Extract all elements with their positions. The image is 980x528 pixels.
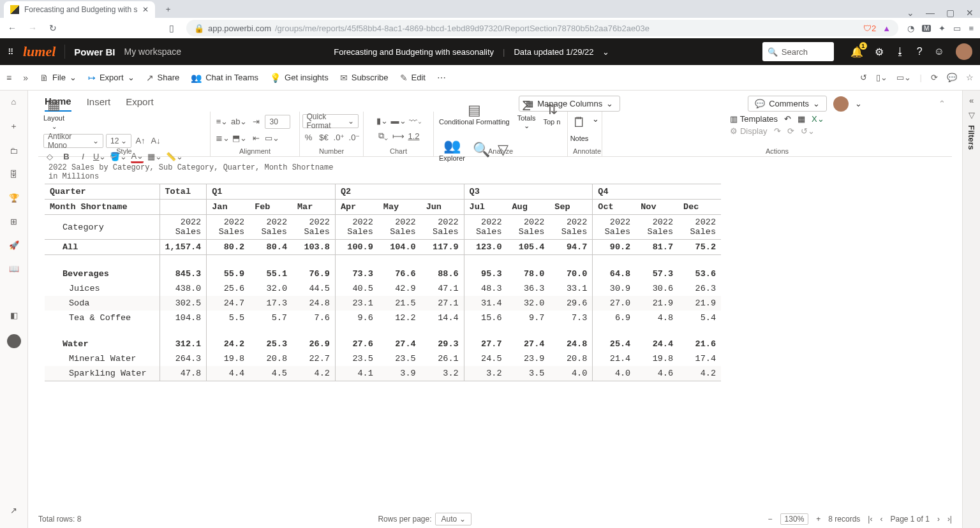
decimal-inc-icon[interactable]: .0⁺ <box>333 131 346 143</box>
table-row[interactable]: Water312.124.225.326.927.627.429.327.727… <box>45 337 721 351</box>
brave-logo-icon[interactable]: ▲ <box>882 24 891 33</box>
export-menu[interactable]: ↦Export⌄ <box>88 73 135 83</box>
data-table[interactable]: Quarter Total Q1 Q2 Q3 Q4 Month Shortnam… <box>45 184 721 381</box>
extensions-icon[interactable]: ✦ <box>939 24 946 33</box>
nav-back-icon[interactable]: ← <box>6 23 18 33</box>
merge-icon[interactable]: ⬒⌄ <box>232 131 247 144</box>
bookmark-icon[interactable]: ▯ <box>166 23 177 33</box>
tab-export[interactable]: Export <box>126 96 153 111</box>
apps-nav-icon[interactable]: ⊞ <box>10 217 17 226</box>
create-nav-icon[interactable]: ＋ <box>10 121 18 132</box>
data-nav-icon[interactable]: 🗄 <box>10 170 18 179</box>
view-panel-icon[interactable]: ▭⌄ <box>896 73 911 82</box>
toolbar-menu-icon[interactable]: ≡ <box>6 73 11 83</box>
comments-button[interactable]: 💬Comments⌄ <box>748 96 827 112</box>
chat-teams-button[interactable]: 👥Chat in Teams <box>191 73 258 83</box>
close-window-icon[interactable]: ✕ <box>966 8 974 18</box>
feedback-icon[interactable]: ☺ <box>934 46 944 57</box>
table-row[interactable]: Mineral Water264.319.820.822.723.523.526… <box>45 351 721 366</box>
tab-insert[interactable]: Insert <box>87 96 111 111</box>
goals-nav-icon[interactable]: 🏆 <box>9 193 19 203</box>
indent-icon[interactable]: ⇥ <box>249 115 262 128</box>
learn-nav-icon[interactable]: 📖 <box>9 264 19 274</box>
refresh-icon[interactable]: ⟳ <box>931 73 938 82</box>
settings-icon[interactable]: ⚙ <box>875 46 884 58</box>
brave-shield-icon[interactable]: 🛡2 <box>863 24 876 33</box>
maximize-icon[interactable]: ▢ <box>946 8 954 18</box>
table-icon[interactable]: ▦ <box>798 114 805 124</box>
last-page-icon[interactable]: ›| <box>947 515 952 524</box>
zoom-out-icon[interactable]: − <box>768 515 773 524</box>
workspace-name[interactable]: My workspace <box>124 47 181 57</box>
comment-icon[interactable]: 💬 <box>947 73 957 82</box>
line-chart-icon[interactable]: 〰⌄ <box>409 114 422 127</box>
layout-icon[interactable]: ▦ <box>47 96 61 113</box>
templates-button[interactable]: ▥ Templates <box>730 114 778 124</box>
bullet-icon[interactable]: ⟼ <box>392 129 405 142</box>
table-row[interactable]: Soda302.524.717.324.823.121.527.131.432.… <box>45 296 721 311</box>
rpp-select[interactable]: Auto ⌄ <box>435 513 471 525</box>
close-tab-icon[interactable]: ✕ <box>142 5 149 14</box>
hdr-month[interactable]: Month Shortname <box>45 200 160 215</box>
more-icon[interactable]: ⋯ <box>437 73 446 83</box>
minimize-icon[interactable]: — <box>926 8 935 18</box>
help-icon[interactable]: ? <box>917 46 923 57</box>
font-increase-icon[interactable]: A↑ <box>134 135 147 147</box>
browse-nav-icon[interactable]: 🗀 <box>10 146 18 156</box>
reader-icon[interactable]: ▭ <box>953 24 961 33</box>
table-row[interactable]: Beverages845.355.955.176.973.376.688.695… <box>45 267 721 281</box>
sync-icon[interactable]: ⟳ <box>787 126 794 136</box>
outdent-icon[interactable]: ⇤ <box>249 131 262 144</box>
totals-icon[interactable]: Σ <box>522 98 531 114</box>
share-button[interactable]: ↗Share <box>146 73 180 83</box>
font-decrease-icon[interactable]: A↓ <box>149 135 162 147</box>
bookmark-panel-icon[interactable]: ▯⌄ <box>876 73 887 82</box>
excel-icon[interactable]: X⌄ <box>812 114 824 124</box>
toolbar-expand-icon[interactable]: » <box>23 73 28 83</box>
table-row[interactable]: Juices438.025.632.044.540.542.947.148.33… <box>45 281 721 296</box>
chevron-down-icon[interactable]: ⌄ <box>602 47 609 57</box>
reload-icon[interactable]: ↻ <box>47 23 59 33</box>
file-menu[interactable]: 🗎File⌄ <box>40 73 77 83</box>
address-bar[interactable]: 🔒 app.powerbi.com/groups/me/reports/45f5… <box>186 20 898 36</box>
collapse-visual-icon[interactable]: ⌃ <box>939 99 946 108</box>
hdr-category[interactable]: Category <box>45 215 160 240</box>
hdr-q4[interactable]: Q4 <box>593 184 721 200</box>
insights-button[interactable]: 💡Get insights <box>270 73 329 83</box>
percent-icon[interactable]: % <box>302 131 315 143</box>
topn-icon[interactable]: ⇅ <box>546 101 558 118</box>
reset-layout-icon[interactable]: ↺⌄ <box>801 126 815 136</box>
chrome-caret-icon[interactable]: ⌄ <box>907 8 914 18</box>
table-row[interactable]: Sparkling Water47.84.44.54.24.13.93.23.2… <box>45 366 721 381</box>
notifications-icon[interactable]: 🔔 <box>850 46 863 58</box>
hdr-q1[interactable]: Q1 <box>207 184 336 200</box>
search-box[interactable]: 🔍 Search <box>762 42 834 61</box>
hdr-q3[interactable]: Q3 <box>464 184 593 200</box>
download-icon[interactable]: ⭳ <box>895 46 905 57</box>
fit-icon[interactable]: ▭⌄ <box>265 131 279 144</box>
expand-filters-icon[interactable]: « <box>969 96 974 105</box>
nav-forward-icon[interactable]: → <box>27 23 38 33</box>
line-spacing[interactable]: 30 <box>265 115 290 129</box>
deploy-nav-icon[interactable]: 🚀 <box>9 240 19 250</box>
valign-icon[interactable]: ≣⌄ <box>216 131 230 144</box>
prev-page-icon[interactable]: ‹ <box>880 515 882 524</box>
my-workspace-icon[interactable] <box>7 334 21 348</box>
filters-pane[interactable]: « ▽ Filters <box>962 91 980 528</box>
conditional-format-icon[interactable]: ▤ <box>468 102 481 119</box>
display-button[interactable]: ⚙ Display <box>730 126 767 136</box>
table-row[interactable]: Tea & Coffee104.85.55.77.69.612.214.415.… <box>45 311 721 325</box>
workspaces-nav-icon[interactable]: ◧ <box>10 311 18 320</box>
subscribe-button[interactable]: ✉Subscribe <box>340 73 389 83</box>
gmail-ext-icon[interactable]: M <box>922 25 931 32</box>
number-underline-icon[interactable]: 1.2 <box>408 129 420 142</box>
zoom-in-icon[interactable]: + <box>816 515 820 524</box>
wrap-icon[interactable]: ab⌄ <box>231 115 247 128</box>
chevron-down-icon[interactable]: ⌄ <box>855 99 862 108</box>
edit-button[interactable]: ✎Edit <box>400 73 426 83</box>
redo-icon[interactable]: ↷ <box>774 126 781 136</box>
number-format-select[interactable]: Quick Format⌄ <box>302 114 359 128</box>
data-updated[interactable]: Data updated 1/29/22 <box>514 47 593 57</box>
visual-avatar[interactable] <box>833 96 849 112</box>
browser-menu-icon[interactable]: ≡ <box>969 24 974 33</box>
